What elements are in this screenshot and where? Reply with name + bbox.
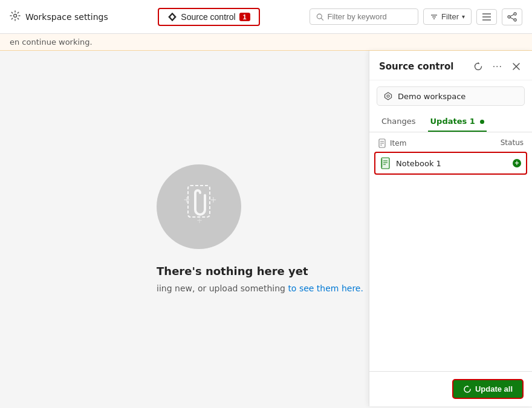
table-row[interactable]: Notebook 1 +	[374, 152, 527, 175]
tab-changes-label: Changes	[381, 117, 416, 126]
svg-text:+: +	[183, 195, 190, 204]
svg-point-9	[514, 13, 516, 15]
col-item-header: Item	[378, 138, 406, 148]
table-header: Item Status	[369, 132, 532, 152]
main-area: + + + There's nothing here yet iing new,…	[0, 51, 532, 406]
refresh-icon	[473, 62, 483, 71]
workspace-name: Demo workspace	[398, 92, 465, 101]
svg-line-2	[322, 18, 323, 20]
source-control-label: Source control	[181, 12, 235, 22]
svg-rect-29	[381, 159, 383, 167]
tab-updates[interactable]: Updates 1	[428, 112, 487, 132]
update-all-label: Update all	[475, 384, 513, 393]
workspace-settings-label: Workspace settings	[25, 12, 108, 22]
topbar-center: Source control 1	[115, 8, 302, 26]
hamburger-icon	[482, 13, 491, 21]
gear-icon	[10, 10, 21, 23]
workspace-icon	[383, 91, 393, 101]
filter-label: Filter	[441, 12, 459, 21]
empty-state: + + + There's nothing here yet iing new,…	[157, 164, 363, 293]
svg-line-12	[510, 15, 514, 16]
update-all-icon	[463, 385, 472, 393]
empty-subtitle-start: iing new, or upload something	[157, 283, 285, 293]
item-col-icon	[378, 138, 386, 148]
tab-changes[interactable]: Changes	[379, 112, 418, 132]
close-panel-button[interactable]	[509, 60, 524, 73]
svg-point-11	[514, 19, 516, 21]
search-icon	[316, 13, 323, 21]
panel-footer: Update all	[369, 371, 532, 406]
panel-actions: ···	[470, 59, 524, 74]
notebook-icon	[380, 158, 391, 169]
status-dot: +	[513, 159, 521, 167]
tabs-row: Changes Updates 1	[369, 112, 532, 132]
tab-updates-label: Updates 1	[430, 117, 475, 126]
share-button[interactable]	[502, 8, 522, 25]
item-name: Notebook 1	[396, 159, 441, 168]
empty-subtitle: iing new, or upload something to see the…	[157, 283, 363, 293]
search-input[interactable]	[327, 12, 412, 21]
refresh-button[interactable]	[470, 60, 486, 73]
notification-bar: en continue working.	[0, 34, 532, 51]
filter-button[interactable]: Filter ▾	[423, 8, 472, 25]
panel-header: Source control ···	[369, 51, 532, 80]
empty-illustration: + + +	[157, 164, 241, 249]
filter-icon	[430, 13, 438, 21]
source-control-button[interactable]: Source control 1	[158, 8, 259, 26]
col-status-header: Status	[501, 138, 524, 148]
share-icon	[507, 12, 517, 22]
row-left: Notebook 1	[380, 158, 441, 169]
svg-point-10	[508, 16, 510, 18]
search-box[interactable]	[310, 8, 418, 25]
filter-chevron-icon: ▾	[462, 13, 465, 20]
svg-text:+: +	[210, 195, 217, 204]
svg-text:+: +	[196, 216, 203, 225]
tab-updates-dot	[480, 120, 484, 124]
table-body: Notebook 1 +	[369, 152, 532, 371]
topbar-left: Workspace settings	[10, 10, 108, 23]
source-control-panel: Source control ···	[369, 51, 532, 406]
svg-point-20	[387, 95, 389, 97]
source-control-icon	[167, 12, 177, 22]
source-control-badge: 1	[239, 13, 250, 21]
paperclip-illustration: + + +	[175, 180, 223, 234]
ellipsis-icon: ···	[493, 61, 502, 72]
status-plus-icon: +	[514, 160, 519, 166]
more-options-button[interactable]: ···	[490, 59, 505, 74]
empty-subtitle-link[interactable]: to see them here.	[288, 283, 363, 293]
panel-title: Source control	[379, 61, 453, 72]
workspace-selector[interactable]: Demo workspace	[377, 86, 525, 106]
svg-line-13	[510, 18, 514, 19]
topbar-right: Filter ▾	[310, 8, 522, 25]
notification-text: en continue working.	[10, 37, 92, 47]
close-icon	[512, 62, 521, 71]
svg-point-0	[14, 15, 17, 18]
topbar: Workspace settings Source control 1	[0, 0, 532, 34]
empty-title: There's nothing here yet	[157, 265, 308, 277]
menu-button[interactable]	[476, 9, 497, 25]
update-all-button[interactable]: Update all	[452, 379, 524, 399]
